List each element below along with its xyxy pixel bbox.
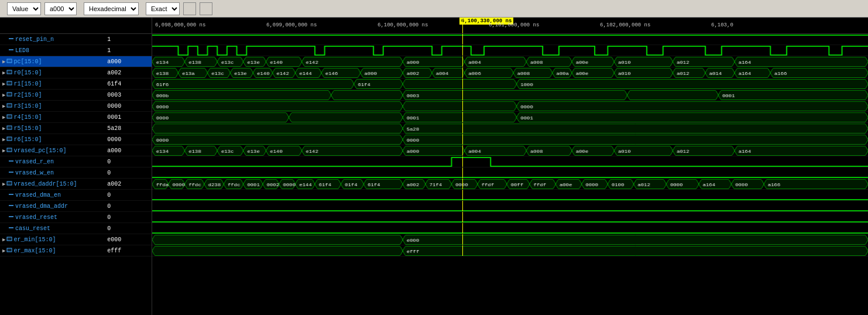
expand-arrow-icon[interactable]: ▶ <box>2 237 5 243</box>
signal-row[interactable]: LED81 <box>0 45 152 56</box>
expand-arrow-icon[interactable]: ▶ <box>2 59 5 65</box>
signal-name-cell: ▶pc[15:0] <box>0 56 105 67</box>
signal-row[interactable]: vrased_reset0 <box>0 212 152 223</box>
signal-name-cell: ▶er_min[15:0] <box>0 234 105 245</box>
signal-row[interactable]: vrased_dma_addr0 <box>0 201 152 212</box>
signal-name-cell: ▶r3[15:0] <box>0 101 105 111</box>
signal-name-text: er_max[15:0] <box>13 248 56 254</box>
expand-arrow-icon[interactable]: ▶ <box>2 181 5 187</box>
signal-value-cell: 0 <box>105 212 152 222</box>
wave-canvas <box>152 123 868 134</box>
wave-row <box>152 34 868 45</box>
expand-arrow-icon[interactable]: ▶ <box>2 70 5 76</box>
signal-icon <box>8 191 14 199</box>
wave-canvas <box>152 134 868 145</box>
signal-row[interactable]: ▶pc[15:0]a000 <box>0 56 152 67</box>
signal-row[interactable]: ▶vrased_daddr[15:0]a002 <box>0 179 152 190</box>
signal-name-cell: reset_pin_n <box>0 34 105 44</box>
signal-row[interactable]: reset_pin_n1 <box>0 34 152 45</box>
timeline-label: 6,101,000,000 ns <box>489 22 539 28</box>
expand-arrow-icon[interactable]: ▶ <box>2 103 5 109</box>
signal-name-cell: ▶r5[15:0] <box>0 123 105 133</box>
expand-arrow-icon[interactable]: ▶ <box>2 148 5 154</box>
timeline-label: 6,098,000,000 ns <box>155 22 205 28</box>
bus-icon <box>6 58 12 66</box>
signal-row[interactable]: ▶r4[15:0]0001 <box>0 112 152 123</box>
bus-icon <box>6 180 12 188</box>
signal-name-text: pc[15:0] <box>13 59 42 65</box>
signal-row[interactable]: ▶vrased_pc[15:0]a000 <box>0 145 152 156</box>
next-button[interactable] <box>200 2 212 15</box>
signal-name-text: r1[15:0] <box>13 81 42 87</box>
expand-arrow-icon[interactable]: ▶ <box>2 114 5 121</box>
timeline: 6,100,330,000 ns6,098,000,000 ns6,099,00… <box>152 18 868 34</box>
expand-arrow-icon[interactable]: ▶ <box>2 248 5 254</box>
expand-arrow-icon[interactable]: ▶ <box>2 136 5 143</box>
signal-name-text: LED8 <box>15 47 29 54</box>
signal-row[interactable]: ▶r6[15:0]0000 <box>0 134 152 145</box>
signal-row[interactable]: ▶r1[15:0]61f4 <box>0 78 152 90</box>
signal-row[interactable]: ▶r2[15:0]0003 <box>0 90 152 101</box>
signal-row[interactable]: vrased_w_en0 <box>0 167 152 179</box>
wave-canvas <box>152 145 868 156</box>
expand-arrow-icon[interactable]: ▶ <box>2 81 5 87</box>
wave-row <box>152 223 868 234</box>
previous-button[interactable] <box>183 2 196 15</box>
signal-icon <box>8 169 14 177</box>
svg-rect-26 <box>7 148 12 152</box>
signal-name-cell: ▶r2[15:0] <box>0 90 105 100</box>
signal-name-cell: ▶er_max[15:0] <box>0 245 105 256</box>
bus-icon <box>6 91 12 99</box>
timeline-label: 6,099,000,000 ns <box>266 22 317 28</box>
wave-row <box>152 212 868 223</box>
timeline-label: 6,103,0 <box>711 22 733 28</box>
signal-value-cell: a000 <box>105 56 152 67</box>
wave-row <box>152 123 868 134</box>
wave-canvas <box>152 34 868 45</box>
wave-canvas <box>152 212 868 223</box>
waveform-panel[interactable]: 6,100,330,000 ns6,098,000,000 ns6,099,00… <box>152 18 868 315</box>
signal-value-cell: e000 <box>105 234 152 245</box>
wave-canvas <box>152 167 868 179</box>
signal-name-cell: vrased_reset <box>0 212 105 222</box>
expand-arrow-icon[interactable]: ▶ <box>2 92 5 98</box>
match-select[interactable]: Exact <box>146 2 180 15</box>
signal-value-cell: 0 <box>105 156 152 167</box>
wave-row <box>152 90 868 101</box>
signal-name-panel: reset_pin_n1LED81▶pc[15:0]a000▶r0[15:0]a… <box>0 18 152 315</box>
signal-row[interactable]: ▶er_max[15:0]efff <box>0 245 152 256</box>
wave-row <box>152 134 868 145</box>
signal-value-cell: 0 <box>105 167 152 178</box>
signal-name-cell: casu_reset <box>0 223 105 234</box>
signal-row[interactable]: casu_reset0 <box>0 223 152 234</box>
signal-name-text: vrased_r_en <box>15 159 54 165</box>
field-select[interactable]: Value <box>7 2 41 15</box>
signal-value-cell: 0001 <box>105 112 152 122</box>
wave-row <box>152 78 868 90</box>
bus-icon <box>6 80 12 88</box>
signal-value-cell: a002 <box>105 67 152 78</box>
signal-row[interactable]: ▶r0[15:0]a002 <box>0 67 152 78</box>
expand-arrow-icon[interactable]: ▶ <box>2 125 5 132</box>
signal-value-cell: 5a28 <box>105 123 152 133</box>
signal-row[interactable]: ▶r5[15:0]5a28 <box>0 123 152 134</box>
signal-name-text: r0[15:0] <box>13 70 42 76</box>
signal-icon <box>8 158 14 166</box>
field-value-select[interactable]: a000 <box>44 2 77 15</box>
svg-rect-5 <box>7 70 12 74</box>
signal-name-cell: vrased_dma_addr <box>0 201 105 211</box>
signal-row[interactable]: vrased_dma_en0 <box>0 190 152 201</box>
signal-row[interactable]: vrased_r_en0 <box>0 156 152 167</box>
signal-value-cell: 0000 <box>105 134 152 145</box>
wave-row <box>152 67 868 78</box>
wave-canvas <box>152 190 868 201</box>
signal-icon <box>8 225 14 232</box>
wave-row <box>152 101 868 112</box>
wave-canvas <box>152 112 868 123</box>
radix-select[interactable]: Hexadecimal <box>84 2 139 15</box>
wave-row <box>152 190 868 201</box>
bus-icon <box>6 147 12 155</box>
signal-value-cell: a002 <box>105 179 152 189</box>
signal-row[interactable]: ▶r3[15:0]0000 <box>0 101 152 112</box>
signal-row[interactable]: ▶er_min[15:0]e000 <box>0 234 152 245</box>
